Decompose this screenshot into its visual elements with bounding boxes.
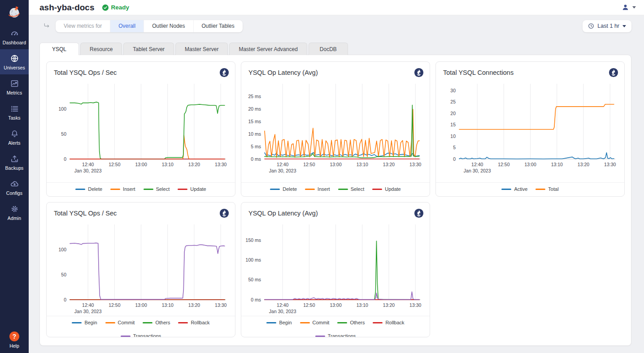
- chart-plot-area: 0 ms5 ms10 ms15 ms20 ms25 ms12:40Jan 30,…: [245, 80, 424, 175]
- svg-text:13:20: 13:20: [383, 302, 395, 308]
- view-metrics-label: View metrics for: [56, 20, 110, 32]
- legend-item-commit[interactable]: Commit: [105, 320, 135, 325]
- legend-item-others[interactable]: Others: [337, 320, 365, 325]
- svg-text:30: 30: [450, 88, 456, 93]
- user-menu[interactable]: [622, 4, 636, 11]
- legend-swatch: [143, 322, 152, 323]
- legend-swatch: [75, 189, 85, 190]
- svg-text:0: 0: [64, 297, 66, 302]
- svg-text:12:40: 12:40: [82, 302, 94, 308]
- sidebar-item-label: Tasks: [8, 115, 20, 121]
- chart-legend: DeleteInsertSelectUpdate: [47, 182, 235, 196]
- prometheus-link-icon[interactable]: [609, 68, 618, 77]
- legend-item-active[interactable]: Active: [501, 186, 527, 192]
- legend-label: Select: [156, 186, 170, 192]
- chart-card-total-ysql-ops: Total YSQL Ops / Sec 05010012:40Jan 30, …: [46, 61, 235, 197]
- chart-card-transaction-latency: YSQL Op Latency (Avg) 0 ms50 ms100 ms150…: [241, 202, 430, 337]
- legend-label: Transactions: [133, 333, 161, 337]
- tab-ysql[interactable]: YSQL: [39, 43, 79, 55]
- legend-item-commit[interactable]: Commit: [300, 320, 330, 325]
- legend-item-rollback[interactable]: Rollback: [373, 320, 404, 325]
- legend-item-transactions[interactable]: Transactions: [121, 333, 161, 337]
- svg-text:13:10: 13:10: [357, 162, 368, 167]
- svg-text:5 ms: 5 ms: [251, 144, 261, 149]
- svg-text:13:00: 13:00: [330, 162, 341, 167]
- tab-tablet-server[interactable]: Tablet Server: [123, 43, 174, 55]
- legend-swatch: [501, 189, 511, 190]
- sidebar-item-universes[interactable]: Universes: [0, 49, 29, 74]
- sidebar-item-configs[interactable]: Configs: [0, 175, 29, 200]
- legend-item-begin[interactable]: Begin: [266, 320, 292, 325]
- sidebar-item-label: Backups: [5, 165, 24, 171]
- chart-plot-area: 0 ms50 ms100 ms150 ms12:40Jan 30, 202312…: [245, 221, 424, 316]
- sidebar-item-tasks[interactable]: Tasks: [0, 99, 29, 125]
- legend-item-begin[interactable]: Begin: [72, 320, 97, 325]
- legend-item-others[interactable]: Others: [143, 320, 170, 325]
- legend-item-select[interactable]: Select: [338, 186, 365, 192]
- sidebar-item-admin[interactable]: Admin: [0, 200, 29, 225]
- view-tab-outlier-nodes[interactable]: Outlier Nodes: [144, 20, 193, 32]
- sidebar-item-alerts[interactable]: Alerts: [0, 125, 29, 150]
- legend-item-total[interactable]: Total: [535, 186, 558, 192]
- chart-card-total-ysql-transactions: Total YSQL Ops / Sec 05010012:40Jan 30, …: [46, 202, 235, 337]
- time-range-dropdown[interactable]: Last 1 hr: [583, 20, 631, 32]
- sidebar-item-label: Metrics: [7, 90, 22, 95]
- legend-swatch: [110, 189, 120, 190]
- legend-swatch: [338, 189, 348, 190]
- legend-swatch: [315, 336, 325, 337]
- svg-text:12:50: 12:50: [109, 302, 120, 308]
- sidebar-item-label: Configs: [6, 190, 22, 196]
- yugabyte-logo-icon: [7, 4, 22, 20]
- legend-swatch: [266, 322, 276, 323]
- clock-icon: [588, 23, 594, 29]
- metrics-toolbar: View metrics for Overall Outlier Nodes O…: [39, 19, 631, 33]
- legend-item-select[interactable]: Select: [144, 186, 170, 192]
- legend-item-update[interactable]: Update: [372, 186, 400, 192]
- tab-master-server-advanced[interactable]: Master Server Advanced: [229, 43, 307, 55]
- view-tab-overall[interactable]: Overall: [110, 20, 144, 32]
- svg-text:13:30: 13:30: [604, 162, 616, 167]
- sidebar-item-dashboard[interactable]: Dashboard: [0, 24, 29, 49]
- svg-text:12:40: 12:40: [277, 162, 288, 167]
- legend-label: Rollback: [191, 320, 209, 325]
- svg-text:100 ms: 100 ms: [246, 257, 261, 263]
- cloud-upload-icon: [10, 179, 19, 189]
- svg-text:20 ms: 20 ms: [248, 106, 261, 112]
- content-area: View metrics for Overall Outlier Nodes O…: [29, 15, 644, 353]
- prometheus-link-icon[interactable]: [219, 208, 229, 218]
- legend-item-rollback[interactable]: Rollback: [178, 320, 209, 325]
- tab-resource[interactable]: Resource: [80, 43, 122, 55]
- legend-item-delete[interactable]: Delete: [270, 186, 297, 192]
- chart-plot-area: 05101520253012:40Jan 30, 202312:5013:001…: [439, 80, 619, 175]
- svg-text:13:20: 13:20: [578, 162, 589, 167]
- sidebar-item-metrics[interactable]: Metrics: [0, 74, 29, 99]
- sidebar-item-help[interactable]: ? Help: [0, 331, 29, 349]
- prometheus-link-icon[interactable]: [414, 208, 424, 218]
- tab-master-server[interactable]: Master Server: [175, 43, 228, 55]
- svg-text:Jan 30, 2023: Jan 30, 2023: [464, 168, 491, 173]
- svg-text:13:00: 13:00: [330, 302, 341, 308]
- legend-item-delete[interactable]: Delete: [75, 186, 102, 192]
- svg-text:Jan 30, 2023: Jan 30, 2023: [269, 309, 296, 314]
- charts-grid: Total YSQL Ops / Sec 05010012:40Jan 30, …: [46, 61, 625, 337]
- tab-docdb[interactable]: DocDB: [309, 43, 348, 55]
- prometheus-link-icon[interactable]: [219, 68, 229, 77]
- sidebar-nav: Dashboard Universes Metrics: [0, 24, 29, 225]
- legend-label: Delete: [88, 186, 102, 192]
- legend-item-update[interactable]: Update: [178, 186, 206, 192]
- prometheus-link-icon[interactable]: [414, 68, 424, 77]
- legend-swatch: [305, 189, 315, 190]
- legend-swatch: [300, 322, 310, 323]
- legend-item-transactions[interactable]: Transactions: [315, 333, 356, 337]
- svg-text:13:00: 13:00: [524, 162, 536, 167]
- view-tab-outlier-tables[interactable]: Outlier Tables: [193, 20, 243, 32]
- svg-text:13:00: 13:00: [135, 302, 147, 308]
- sidebar: Dashboard Universes Metrics: [0, 0, 29, 353]
- sidebar-item-backups[interactable]: Backups: [0, 150, 29, 175]
- legend-label: Update: [190, 186, 206, 192]
- chart-legend: ActiveTotal: [436, 182, 624, 196]
- legend-item-insert[interactable]: Insert: [110, 186, 135, 192]
- app-logo[interactable]: [0, 0, 29, 24]
- legend-item-insert[interactable]: Insert: [305, 186, 330, 192]
- legend-swatch: [373, 322, 383, 323]
